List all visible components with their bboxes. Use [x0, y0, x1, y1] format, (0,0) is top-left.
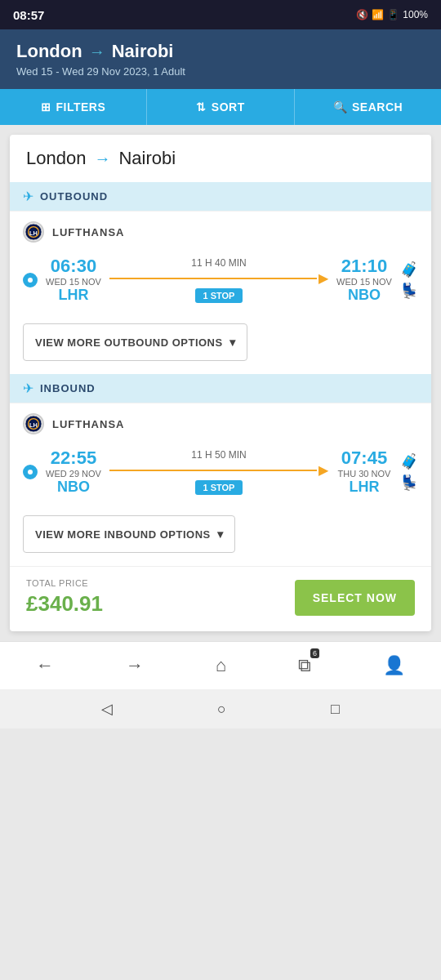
wifi-icon: 📶 [372, 9, 384, 20]
outbound-airline-name: LUFTHANSA [52, 226, 124, 238]
inbound-arrive-date: THU 30 NOV [338, 469, 391, 479]
sort-button[interactable]: ⇅ SORT [147, 89, 294, 125]
outbound-seat-icon: 💺 [400, 282, 418, 300]
inbound-arrive-block: 07:45 THU 30 NOV LHR [335, 448, 394, 496]
card-route-arrow: → [94, 149, 110, 168]
inbound-label: INBOUND [40, 382, 96, 394]
total-price-row: TOTAL PRICE £340.91 SELECT NOW [10, 566, 431, 631]
view-more-outbound-label: VIEW MORE OUTBOUND OPTIONS [35, 336, 223, 349]
select-now-button[interactable]: SELECT NOW [295, 580, 415, 616]
header-route: London → Nairobi [16, 41, 425, 62]
inbound-airline-row: LH LUFTHANSA [10, 403, 431, 439]
inbound-bag-icon: 🧳 [400, 452, 418, 470]
status-time: 08:57 [13, 8, 44, 22]
card-route-title: London → Nairobi [10, 135, 431, 182]
outbound-depart-block: 06:30 WED 15 NOV LHR [44, 256, 103, 304]
outbound-section-header: ✈ OUTBOUND [10, 182, 431, 211]
outbound-duration: 11 H 40 MIN [191, 257, 246, 269]
inbound-airline-logo: LH [23, 413, 44, 434]
inbound-seat-icon: 💺 [400, 474, 418, 492]
search-icon: 🔍 [333, 100, 348, 114]
outbound-depart-code: LHR [59, 287, 89, 304]
svg-text:LH: LH [29, 421, 38, 429]
back-nav-icon[interactable]: ← [26, 652, 64, 679]
android-home-button[interactable]: ○ [217, 701, 226, 718]
home-nav-icon[interactable]: ⌂ [206, 652, 236, 679]
status-icons: 🔇 📶 📱 100% [356, 9, 428, 20]
outbound-label: OUTBOUND [40, 190, 108, 203]
header-subtitle: Wed 15 - Wed 29 Nov 2023, 1 Adult [16, 65, 425, 78]
inbound-flight-row[interactable]: 22:55 WED 29 NOV NBO 11 H 50 MIN ▶ 1 STO… [10, 439, 431, 509]
android-back-button[interactable]: ◁ [101, 700, 113, 718]
chevron-down-icon-inbound: ▾ [217, 528, 224, 541]
view-more-inbound-button[interactable]: VIEW MORE INBOUND OPTIONS ▾ [23, 515, 235, 553]
inbound-arrive-code: LHR [350, 479, 380, 496]
page-header: London → Nairobi Wed 15 - Wed 29 Nov 202… [0, 29, 441, 89]
inbound-arrive-time: 07:45 [341, 448, 387, 469]
total-price-value: £340.91 [26, 591, 103, 617]
search-button[interactable]: 🔍 SEARCH [295, 89, 441, 125]
tabs-nav-icon[interactable]: ⧉ 6 [288, 652, 321, 679]
inbound-depart-code: NBO [57, 479, 90, 496]
outbound-plane-icon: ✈ [23, 189, 33, 204]
outbound-arrive-date: WED 15 NOV [336, 277, 392, 287]
filters-icon: ⊞ [41, 100, 51, 114]
outbound-arrive-code: NBO [348, 287, 381, 304]
inbound-depart-block: 22:55 WED 29 NOV NBO [44, 448, 103, 496]
sort-label: SORT [212, 100, 245, 114]
inbound-arrow-tip: ▶ [318, 464, 328, 477]
inbound-depart-time: 22:55 [51, 448, 96, 469]
outbound-depart-time: 06:30 [51, 256, 96, 277]
signal-icon: 📱 [387, 9, 399, 20]
bottom-navigation: ← → ⌂ ⧉ 6 👤 [0, 641, 441, 689]
inbound-flight-icons: 🧳 💺 [400, 452, 418, 492]
outbound-depart-date: WED 15 NOV [46, 277, 101, 287]
svg-text:LH: LH [29, 229, 38, 237]
view-more-inbound-label: VIEW MORE INBOUND OPTIONS [35, 528, 211, 541]
inbound-depart-date: WED 29 NOV [46, 469, 101, 479]
inbound-section-header: ✈ INBOUND [10, 374, 431, 403]
total-price-label: TOTAL PRICE [26, 578, 103, 588]
inbound-duration: 11 H 50 MIN [191, 449, 246, 461]
mute-icon: 🔇 [356, 9, 368, 20]
sort-icon: ⇅ [196, 100, 207, 114]
filters-button[interactable]: ⊞ FILTERS [0, 89, 147, 125]
chevron-down-icon: ▾ [229, 336, 236, 349]
outbound-arrow-line: ▶ [109, 272, 328, 285]
inbound-select-radio[interactable] [23, 465, 38, 479]
results-card: London → Nairobi ✈ OUTBOUND LH LUFTHANSA… [10, 135, 431, 631]
outbound-stops: 1 STOP [195, 288, 243, 303]
inbound-stops: 1 STOP [195, 480, 243, 495]
forward-nav-icon[interactable]: → [116, 652, 154, 679]
inbound-arrow-line: ▶ [109, 464, 328, 477]
outbound-bag-icon: 🧳 [400, 261, 418, 278]
profile-nav-icon[interactable]: 👤 [373, 652, 415, 679]
total-price-block: TOTAL PRICE £340.91 [26, 578, 103, 617]
toolbar: ⊞ FILTERS ⇅ SORT 🔍 SEARCH [0, 89, 441, 125]
outbound-flight-middle: 11 H 40 MIN ▶ 1 STOP [109, 257, 328, 303]
header-origin: London [16, 41, 82, 62]
inbound-airline-name: LUFTHANSA [52, 418, 124, 430]
header-destination: Nairobi [112, 41, 174, 62]
search-label: SEARCH [352, 100, 403, 114]
filters-label: FILTERS [56, 100, 106, 114]
view-more-outbound-button[interactable]: VIEW MORE OUTBOUND OPTIONS ▾ [23, 323, 247, 361]
inbound-flight-middle: 11 H 50 MIN ▶ 1 STOP [109, 449, 328, 495]
status-bar: 08:57 🔇 📶 📱 100% [0, 0, 441, 29]
card-destination: Nairobi [118, 148, 176, 169]
outbound-flight-row[interactable]: 06:30 WED 15 NOV LHR 11 H 40 MIN ▶ 1 STO… [10, 247, 431, 317]
card-origin: London [26, 148, 86, 169]
outbound-flight-icons: 🧳 💺 [400, 261, 418, 300]
android-nav-bar: ◁ ○ □ [0, 689, 441, 728]
outbound-arrive-block: 21:10 WED 15 NOV NBO [335, 256, 394, 304]
outbound-airline-logo: LH [23, 221, 44, 243]
header-route-arrow: → [89, 42, 105, 61]
outbound-select-radio[interactable] [23, 273, 38, 287]
android-recents-button[interactable]: □ [331, 701, 340, 718]
outbound-airline-row: LH LUFTHANSA [10, 211, 431, 247]
tabs-badge-count: 6 [310, 648, 319, 658]
outbound-arrive-time: 21:10 [341, 256, 387, 277]
inbound-plane-icon: ✈ [23, 381, 33, 396]
outbound-arrow-tip: ▶ [318, 272, 328, 285]
battery-text: 100% [403, 9, 428, 20]
